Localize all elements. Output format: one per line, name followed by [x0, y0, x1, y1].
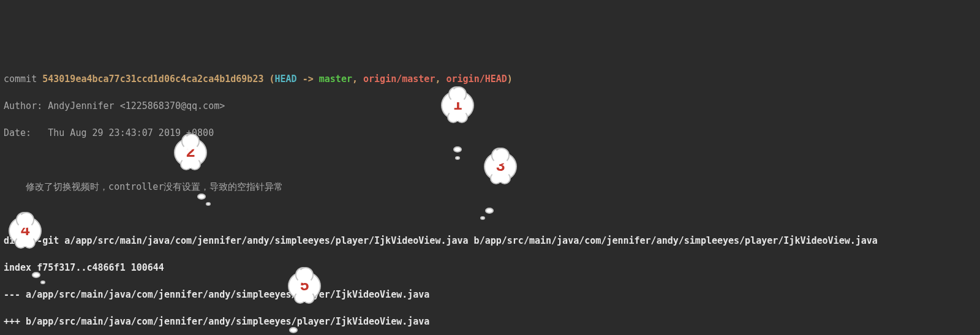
minus-file: --- a/app/src/main/java/com/jennifer/and… [4, 288, 976, 301]
paren-close: ) [507, 73, 513, 85]
date-line: Date: Thu Aug 29 23:43:07 2019 +0800 [4, 126, 976, 140]
paren-open: ( [263, 73, 274, 85]
commit-line: commit 543019ea4bca77c31ccd1d06c4ca2ca4b… [4, 72, 976, 86]
blank-line [4, 153, 976, 167]
head-ref: HEAD [275, 73, 297, 85]
branch-local: master [319, 73, 352, 85]
branch-remote-1: origin/master [363, 73, 435, 85]
diff-header: diff --git a/app/src/main/java/com/jenni… [4, 234, 976, 247]
arrow: -> [297, 73, 319, 85]
index-line: index f75f317..c4866f1 100644 [4, 261, 976, 274]
plus-file: +++ b/app/src/main/java/com/jennifer/and… [4, 315, 976, 328]
commit-hash: 543019ea4bca77c31ccd1d06c4ca2ca4b1d69b23 [42, 73, 263, 85]
commit-message: 修改了切换视频时，controller没有设置，导致的空指针异常 [4, 180, 976, 194]
branch-remote-2: origin/HEAD [446, 73, 507, 85]
blank-line [4, 207, 976, 220]
commit-label: commit [4, 73, 37, 85]
terminal-output: commit 543019ea4bca77c31ccd1d06c4ca2ca4b… [0, 55, 980, 335]
author-line: Author: AndyJennifer <1225868370@qq.com> [4, 99, 976, 113]
